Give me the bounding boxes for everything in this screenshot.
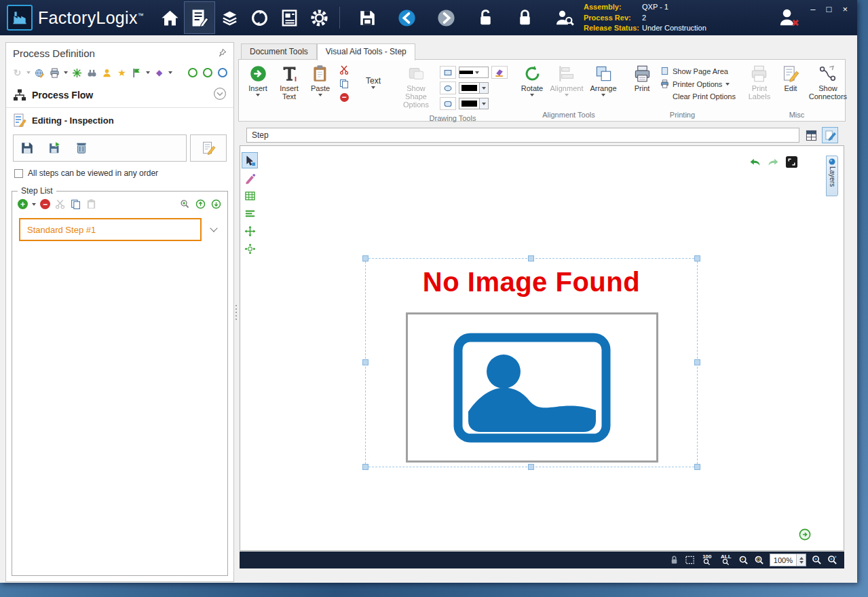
reports-button[interactable] xyxy=(274,2,304,33)
add-step-button[interactable] xyxy=(18,199,28,209)
dispatch-button[interactable] xyxy=(244,2,274,33)
resize-handle[interactable] xyxy=(362,464,369,470)
fill-color-combo[interactable] xyxy=(459,98,489,109)
zoom-region-button[interactable] xyxy=(754,554,764,566)
table-tool-button[interactable] xyxy=(242,188,257,203)
import-step-button[interactable] xyxy=(41,136,68,160)
rounded-rect-tool-button[interactable] xyxy=(440,97,456,110)
zoom-100-button[interactable]: 100 xyxy=(700,554,714,566)
lock-button[interactable] xyxy=(510,2,540,33)
flag-dropdown[interactable] xyxy=(146,71,150,74)
fit-screen-button[interactable] xyxy=(784,154,799,169)
position-tool-button[interactable] xyxy=(242,241,257,256)
logout-user-button[interactable] xyxy=(777,7,800,27)
show-connectors-button[interactable]: Show Connectors xyxy=(806,62,850,101)
arrange-dropdown[interactable] xyxy=(601,94,605,96)
collapse-section-button[interactable] xyxy=(213,87,227,103)
audit-button[interactable] xyxy=(549,2,579,33)
refresh-dropdown[interactable] xyxy=(26,71,31,74)
pin-button[interactable] xyxy=(218,48,227,59)
resize-handle[interactable] xyxy=(362,359,369,365)
expand-all-button[interactable] xyxy=(202,67,213,79)
editing-section-header[interactable]: Editing - Inspection xyxy=(6,108,233,132)
resize-handle[interactable] xyxy=(362,255,369,261)
save-step-button[interactable] xyxy=(14,136,41,160)
paste-button[interactable]: Paste xyxy=(305,62,336,96)
edit-visual-aid-button[interactable] xyxy=(823,128,837,143)
grid-view-button[interactable] xyxy=(804,128,818,143)
paste-step-button[interactable] xyxy=(86,198,97,210)
flag-button[interactable] xyxy=(131,67,143,79)
zoom-level-input[interactable]: 100% xyxy=(770,554,806,566)
panel-splitter[interactable] xyxy=(235,42,238,583)
canvas-navigate-button[interactable] xyxy=(799,528,811,541)
move-step-up-button[interactable] xyxy=(195,198,206,210)
favorite-button[interactable] xyxy=(116,67,128,79)
view-button[interactable] xyxy=(86,67,98,79)
print-button[interactable]: Print xyxy=(626,62,658,92)
zoom-lock-button[interactable] xyxy=(669,554,679,566)
resize-handle[interactable] xyxy=(694,359,700,365)
edit-step-details-button[interactable] xyxy=(191,136,226,160)
alignment-button[interactable]: Alignment xyxy=(548,62,586,96)
paste-dropdown[interactable] xyxy=(318,94,322,96)
print-dropdown[interactable] xyxy=(64,71,68,74)
insert-button[interactable]: Insert xyxy=(242,62,273,96)
rectangle-tool-button[interactable] xyxy=(440,66,456,79)
copy-step-button[interactable] xyxy=(70,198,81,210)
printer-options-button[interactable]: Printer Options xyxy=(658,77,738,90)
remove-step-button[interactable] xyxy=(40,199,50,209)
zoom-previous-button[interactable] xyxy=(738,554,749,566)
fill-color-dropdown[interactable] xyxy=(479,98,488,109)
image-selection[interactable]: No Image Found xyxy=(365,258,698,467)
zoom-all-button[interactable]: ALL xyxy=(719,554,733,566)
new-item-button[interactable] xyxy=(71,67,83,79)
undo-button[interactable] xyxy=(747,154,762,169)
zoom-spin-up-icon[interactable] xyxy=(799,557,804,560)
text-button[interactable]: Text xyxy=(358,62,389,89)
delete-button[interactable] xyxy=(338,92,350,103)
arrange-button[interactable]: Arrange xyxy=(586,62,621,96)
zoom-in-button[interactable] xyxy=(812,554,822,566)
show-shape-options-button[interactable]: Show Shape Options xyxy=(394,62,438,109)
category-button[interactable] xyxy=(153,67,165,79)
resize-handle[interactable] xyxy=(528,464,534,470)
printer-options-dropdown[interactable] xyxy=(725,83,730,86)
zoom-spin-down-icon[interactable] xyxy=(799,561,804,564)
home-button[interactable] xyxy=(155,2,185,33)
pointer-tool-button[interactable] xyxy=(242,153,257,168)
step-expand-chevron[interactable] xyxy=(210,224,217,232)
resize-handle[interactable] xyxy=(694,255,700,261)
line-color-dropdown[interactable] xyxy=(479,83,488,93)
tab-document-tools[interactable]: Document Tools xyxy=(241,43,317,60)
collapse-all-button[interactable] xyxy=(187,67,198,79)
operator-button[interactable] xyxy=(101,67,113,79)
rotate-dropdown[interactable] xyxy=(530,94,534,96)
page-bounds-button[interactable] xyxy=(685,554,695,566)
maximize-button[interactable]: □ xyxy=(827,4,832,14)
annotate-tool-button[interactable] xyxy=(242,170,257,185)
zoom-spinner[interactable] xyxy=(796,554,806,566)
print-labels-button[interactable]: Print Labels xyxy=(744,62,775,101)
unlock-button[interactable] xyxy=(470,2,500,33)
resize-handle[interactable] xyxy=(528,255,534,261)
rotate-button[interactable]: Rotate xyxy=(516,62,548,96)
delete-step-button[interactable] xyxy=(68,136,95,160)
line-color-combo[interactable] xyxy=(459,82,489,94)
print-step-button[interactable] xyxy=(49,67,60,79)
add-step-dropdown[interactable] xyxy=(32,203,36,206)
status-info-button[interactable] xyxy=(216,67,228,79)
layers-panel-tab[interactable]: Layers xyxy=(826,156,838,196)
minimize-button[interactable]: – xyxy=(810,4,815,14)
settings-button[interactable] xyxy=(304,2,334,33)
zoom-in-step-button[interactable] xyxy=(827,554,837,566)
lines-tool-button[interactable] xyxy=(242,206,257,221)
process-definition-button[interactable] xyxy=(185,2,214,33)
move-tool-button[interactable] xyxy=(242,223,257,238)
refresh-button[interactable] xyxy=(12,67,23,79)
any-order-checkbox[interactable] xyxy=(14,169,23,178)
cut-step-button[interactable] xyxy=(54,198,66,210)
edit-button[interactable]: Edit xyxy=(775,62,806,92)
step-list-item[interactable]: Standard Step #1 xyxy=(19,218,202,241)
resize-handle[interactable] xyxy=(694,464,700,470)
